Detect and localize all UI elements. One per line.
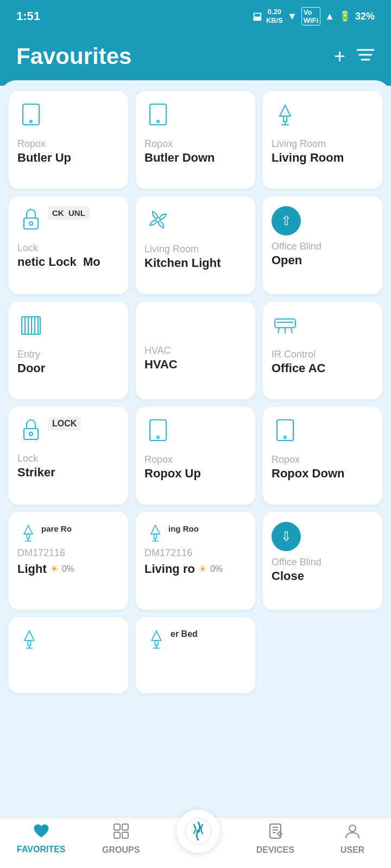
dimmer-row: Living ro ☀ 0%: [144, 562, 223, 576]
lamp-icon: [272, 101, 299, 132]
card-ir-control[interactable]: IR Control Office AC: [263, 302, 382, 399]
card-category: Living Room: [144, 244, 199, 255]
card-name: Open: [272, 253, 302, 267]
nav-label-groups: GROUPS: [102, 845, 140, 855]
nav-groups[interactable]: GROUPS: [99, 823, 143, 855]
card-spare-room-light[interactable]: pare Ro DM172116 Light ☀ 0%: [9, 512, 128, 610]
svg-point-4: [30, 120, 32, 123]
card-ropox-up[interactable]: Ropox Ropox Up: [136, 407, 255, 505]
card-category: Lock: [17, 453, 38, 464]
card-kitchen-light[interactable]: Living Room Kitchen Light: [136, 196, 255, 294]
card-butler-down[interactable]: Ropox Butler Down: [136, 91, 255, 189]
svg-point-56: [349, 825, 356, 832]
card-name: Kitchen Light: [144, 256, 221, 270]
card-magnetic-lock[interactable]: CK UNL Lock netic Lock Mo: [9, 196, 128, 294]
lamp-icon: [144, 627, 168, 655]
chevron-up-icon: ⇧: [281, 213, 292, 228]
page-title: Favourites: [16, 43, 131, 69]
svg-rect-5: [150, 104, 166, 125]
bluetooth-icon: ⬓: [253, 10, 262, 22]
card-category: Office Blind: [272, 241, 321, 252]
header-actions: +: [334, 45, 375, 68]
logo-icon: [181, 814, 216, 848]
card-name: Living Room: [272, 151, 344, 165]
card-category: Ropox: [272, 454, 300, 465]
tablet-icon: [272, 417, 299, 448]
filter-button[interactable]: [356, 47, 375, 67]
card-entry-door[interactable]: Entry Door: [9, 302, 128, 399]
card-name: Butler Down: [144, 151, 215, 165]
nav-label-user: USER: [340, 845, 364, 855]
svg-line-26: [291, 328, 292, 333]
svg-rect-43: [155, 641, 157, 646]
status-right: ⬓ 0.20 KB/S ▼ VoWiFi ▲ 🔋 32%: [253, 7, 375, 25]
card-category: Lock: [17, 242, 38, 254]
blind-close-button[interactable]: ⇩: [272, 522, 301, 551]
dimmer-row: Light ☀ 0%: [17, 562, 74, 576]
heart-icon: [33, 824, 49, 843]
card-category: HVAC: [144, 345, 171, 356]
tablet-icon: [144, 417, 172, 448]
svg-point-29: [29, 432, 33, 436]
add-button[interactable]: +: [334, 45, 345, 68]
card-office-blind-close[interactable]: ⇩ Office Blind Close: [263, 512, 382, 610]
fan-icon: [144, 206, 172, 237]
blind-open-button[interactable]: ⇧: [272, 206, 301, 235]
dimmer-value: 0%: [62, 564, 74, 574]
favourites-grid: Ropox Butler Up Ropox Butler Down Living…: [9, 91, 382, 693]
card-living-room[interactable]: Living Room Living Room: [263, 91, 382, 189]
tablet-icon: [144, 101, 172, 132]
wifi-icon: ▼: [287, 11, 297, 22]
card-name: Ropox Up: [144, 467, 201, 481]
gate-icon: [17, 311, 45, 342]
nav-center-button[interactable]: [176, 809, 220, 853]
card-name: Living ro: [144, 562, 195, 576]
card-hvac[interactable]: HVAC HVAC: [136, 302, 255, 399]
room-label-badge: pare Ro: [41, 522, 72, 533]
card-living-room-light[interactable]: ing Roo DM172116 Living ro ☀ 0%: [136, 512, 255, 610]
svg-rect-48: [114, 832, 120, 838]
svg-point-11: [29, 222, 33, 225]
svg-rect-28: [24, 429, 38, 439]
card-office-blind-open[interactable]: ⇧ Office Blind Open: [263, 196, 382, 294]
svg-rect-30: [150, 420, 166, 441]
card-name: Striker: [17, 465, 55, 480]
net-speed: 0.20 KB/S: [266, 8, 283, 24]
nav-label-devices: DEVICES: [256, 845, 294, 855]
bottom-nav: FAVORITES GROUPS: [0, 817, 391, 868]
chevron-down-icon: ⇩: [281, 529, 292, 544]
lock-status-badge: LOCK: [48, 417, 81, 431]
card-category: IR Control: [272, 349, 316, 360]
status-time: 1:51: [16, 9, 40, 23]
lock-icon: [17, 206, 45, 237]
card-butler-up[interactable]: Ropox Butler Up: [9, 91, 128, 189]
card-ropox-down[interactable]: Ropox Ropox Down: [263, 407, 382, 505]
card-category: DM172116: [17, 547, 65, 559]
battery-icon: 🔋: [339, 10, 351, 22]
nav-label-favorites: FAVORITES: [17, 845, 66, 854]
signal-icon: ▲: [325, 11, 335, 22]
svg-point-6: [157, 120, 159, 123]
card-category: Office Blind: [272, 557, 321, 568]
card-name: Ropox Down: [272, 467, 344, 481]
card-partial-1[interactable]: [9, 617, 128, 693]
card-name: Close: [272, 569, 304, 583]
status-bar: 1:51 ⬓ 0.20 KB/S ▼ VoWiFi ▲ 🔋 32%: [0, 0, 391, 33]
vowifi-icon: VoWiFi: [301, 7, 320, 25]
lamp-icon: [17, 627, 41, 655]
tablet-icon: [17, 101, 45, 132]
header: Favourites +: [0, 33, 391, 86]
card-striker[interactable]: LOCK Lock Striker: [9, 407, 128, 505]
nav-user[interactable]: USER: [331, 823, 374, 855]
card-name: Office AC: [272, 361, 325, 375]
room-label-badge: ing Roo: [168, 522, 199, 533]
svg-rect-32: [277, 420, 293, 441]
svg-rect-40: [28, 641, 30, 646]
card-partial-2[interactable]: er Bed: [136, 617, 255, 693]
nav-devices[interactable]: DEVICES: [254, 823, 297, 855]
svg-line-24: [278, 328, 279, 333]
lock-status-badge: CK UNL: [48, 206, 90, 220]
devices-icon: [268, 823, 283, 843]
svg-rect-23: [275, 319, 295, 328]
nav-favorites[interactable]: FAVORITES: [17, 824, 66, 854]
